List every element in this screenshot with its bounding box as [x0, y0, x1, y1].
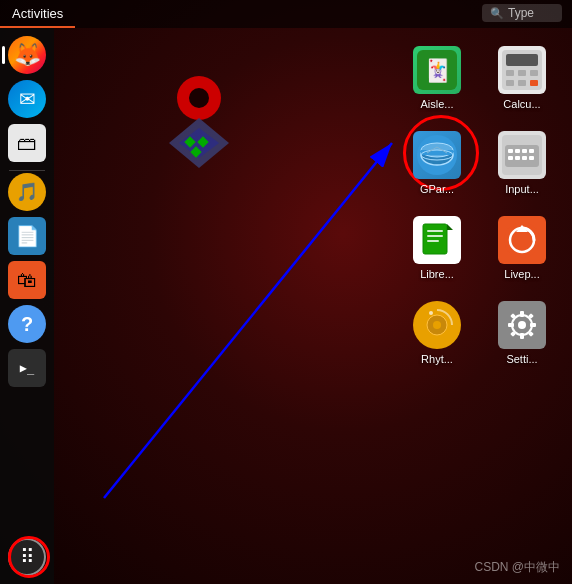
sidebar-item-sound[interactable]: [8, 173, 46, 211]
settings-icon: [498, 301, 546, 349]
search-placeholder: Type: [508, 6, 534, 20]
svg-rect-27: [515, 149, 520, 153]
svg-rect-12: [506, 54, 538, 66]
libreoffice-icon: [413, 216, 461, 264]
svg-rect-51: [520, 333, 524, 339]
sidebar-separator: [9, 170, 45, 171]
sidebar-item-showapps[interactable]: [8, 538, 46, 576]
svg-rect-32: [522, 156, 527, 160]
sidebar-item-help[interactable]: [8, 305, 46, 343]
sidebar-item-firefox[interactable]: [8, 36, 46, 74]
svg-rect-18: [530, 80, 538, 86]
sidebar-item-appstore[interactable]: [8, 261, 46, 299]
app-item-aisle[interactable]: 🃏 Aisle...: [397, 38, 477, 118]
svg-rect-13: [506, 70, 514, 76]
app-item-settings[interactable]: Setti...: [482, 293, 562, 373]
svg-rect-36: [427, 230, 443, 232]
desktop-area: 🃏 Aisle...: [54, 28, 572, 584]
sidebar: [0, 28, 54, 584]
rhythmbox-icon: [413, 301, 461, 349]
svg-text:🃏: 🃏: [424, 57, 452, 84]
sidebar-item-writer[interactable]: [8, 217, 46, 255]
app-grid: 🃏 Aisle...: [397, 38, 562, 373]
svg-rect-33: [529, 156, 534, 160]
gparted-label: GPar...: [420, 183, 454, 195]
svg-point-49: [518, 321, 526, 329]
svg-rect-17: [518, 80, 526, 86]
input-label: Input...: [505, 183, 539, 195]
search-box[interactable]: 🔍 Type: [482, 4, 562, 22]
aisle-icon: 🃏: [413, 46, 461, 94]
app-item-rhythmbox[interactable]: Rhyt...: [397, 293, 477, 373]
svg-rect-37: [427, 235, 443, 237]
svg-rect-30: [508, 156, 513, 160]
calculator-label: Calcu...: [503, 98, 540, 110]
svg-rect-31: [515, 156, 520, 160]
app-item-libreoffice[interactable]: Libre...: [397, 208, 477, 288]
desktop: Activities 🔍 Type: [0, 0, 572, 584]
app-item-livepatch[interactable]: Livep...: [482, 208, 562, 288]
svg-rect-16: [506, 80, 514, 86]
activities-label: Activities: [12, 6, 63, 21]
svg-rect-38: [427, 240, 439, 242]
app-item-calculator[interactable]: Calcu...: [482, 38, 562, 118]
sidebar-item-files[interactable]: [8, 124, 46, 162]
topbar: Activities 🔍 Type: [0, 0, 572, 28]
watermark-text: CSDN @中微中: [474, 560, 560, 574]
gparted-icon: [413, 131, 461, 179]
calculator-icon: [498, 46, 546, 94]
svg-point-46: [429, 311, 433, 315]
svg-rect-29: [529, 149, 534, 153]
app-item-gparted[interactable]: GPar...: [397, 123, 477, 203]
svg-rect-50: [520, 311, 524, 317]
svg-rect-53: [530, 323, 536, 327]
rhythmbox-label: Rhyt...: [421, 353, 453, 365]
search-icon: 🔍: [490, 7, 504, 20]
libreoffice-label: Libre...: [420, 268, 454, 280]
svg-rect-15: [530, 70, 538, 76]
watermark: CSDN @中微中: [474, 559, 560, 576]
ubuntu-logo-area: [134, 58, 314, 218]
aisle-label: Aisle...: [420, 98, 453, 110]
svg-point-1: [189, 88, 209, 108]
svg-rect-26: [508, 149, 513, 153]
svg-rect-52: [508, 323, 514, 327]
ubuntu-logo-svg: [134, 58, 264, 188]
svg-rect-28: [522, 149, 527, 153]
activities-button[interactable]: Activities: [0, 0, 75, 28]
svg-rect-22: [421, 150, 453, 155]
app-item-input[interactable]: Input...: [482, 123, 562, 203]
livepatch-label: Livep...: [504, 268, 539, 280]
settings-label: Setti...: [506, 353, 537, 365]
sidebar-item-thunderbird[interactable]: [8, 80, 46, 118]
svg-rect-14: [518, 70, 526, 76]
livepatch-icon: [498, 216, 546, 264]
input-icon: [498, 131, 546, 179]
svg-rect-35: [423, 224, 447, 254]
sidebar-item-terminal[interactable]: [8, 349, 46, 387]
svg-point-45: [433, 321, 441, 329]
